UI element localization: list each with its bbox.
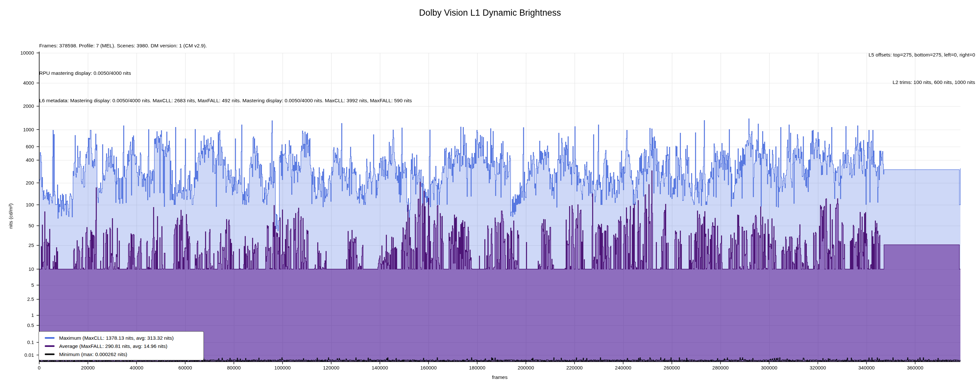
x-axis-label: frames — [39, 374, 960, 380]
metadata-rpu-line: RPU mastering display: 0.0050/4000 nits — [39, 69, 412, 78]
x-tick-label: 0 — [21, 365, 57, 370]
y-tick-label: 10 — [1, 266, 34, 272]
x-tick-label: 120000 — [313, 365, 349, 370]
y-tick-label: 10000 — [1, 50, 34, 56]
y-tick-label: 25 — [1, 242, 34, 248]
legend-label-minimum: Minimum (max: 0.000262 nits) — [59, 352, 127, 357]
y-tick-label: 200 — [1, 180, 34, 186]
y-tick-label: 2000 — [1, 103, 34, 109]
x-tick-label: 260000 — [654, 365, 690, 370]
legend-item-minimum: Minimum (max: 0.000262 nits) — [45, 350, 204, 359]
x-tick-label: 300000 — [751, 365, 787, 370]
y-tick-label: 600 — [1, 144, 34, 149]
y-tick-label: 1 — [1, 312, 34, 318]
y-tick-label: 5 — [1, 282, 34, 288]
x-tick-label: 340000 — [849, 365, 885, 370]
y-tick-label: 400 — [1, 157, 34, 163]
metadata-l5-line: L5 offsets: top=275, bottom=275, left=0,… — [869, 50, 975, 59]
y-tick-label: 100 — [1, 202, 34, 207]
x-tick-label: 140000 — [362, 365, 398, 370]
maximum-line-swatch-icon — [45, 337, 54, 339]
chart-title: Dolby Vision L1 Dynamic Brightness — [0, 8, 980, 18]
y-tick-label: 0.5 — [1, 322, 34, 328]
figure: Dolby Vision L1 Dynamic Brightness Frame… — [0, 0, 980, 392]
x-tick-label: 200000 — [508, 365, 544, 370]
x-tick-label: 40000 — [119, 365, 154, 370]
x-tick-label: 220000 — [557, 365, 593, 370]
legend-label-average: Average (MaxFALL: 290.81 nits, avg: 14.9… — [59, 343, 167, 349]
legend-item-average: Average (MaxFALL: 290.81 nits, avg: 14.9… — [45, 342, 204, 350]
y-tick-label: 2.5 — [1, 296, 34, 302]
y-tick-label: 50 — [1, 223, 34, 228]
average-line-swatch-icon — [45, 345, 54, 347]
metadata-l6-line: L6 metadata: Mastering display: 0.0050/4… — [39, 96, 412, 105]
x-tick-label: 280000 — [703, 365, 738, 370]
metadata-frames-line: Frames: 378598. Profile: 7 (MEL). Scenes… — [39, 41, 412, 50]
legend-label-maximum: Maximum (MaxCLL: 1378.13 nits, avg: 313.… — [59, 335, 174, 341]
x-tick-label: 180000 — [459, 365, 495, 370]
metadata-block-right: L5 offsets: top=275, bottom=275, left=0,… — [869, 32, 975, 105]
x-tick-label: 60000 — [167, 365, 203, 370]
x-tick-label: 20000 — [70, 365, 106, 370]
y-tick-label: 0.1 — [1, 339, 34, 345]
y-tick-label: 4000 — [1, 80, 34, 86]
minimum-line-swatch-icon — [45, 354, 54, 355]
legend: Maximum (MaxCLL: 1378.13 nits, avg: 313.… — [38, 331, 204, 360]
x-tick-label: 80000 — [216, 365, 252, 370]
x-tick-label: 320000 — [800, 365, 836, 370]
x-tick-label: 360000 — [897, 365, 933, 370]
x-tick-label: 160000 — [410, 365, 447, 370]
metadata-l2-line: L2 trims: 100 nits, 600 nits, 1000 nits — [869, 78, 975, 87]
y-tick-label: 0.01 — [1, 352, 34, 358]
x-tick-label: 240000 — [605, 365, 641, 370]
x-tick-label: 100000 — [265, 365, 301, 370]
metadata-block-left: Frames: 378598. Profile: 7 (MEL). Scenes… — [39, 23, 412, 123]
legend-item-maximum: Maximum (MaxCLL: 1378.13 nits, avg: 313.… — [45, 334, 204, 342]
y-tick-label: 1000 — [1, 127, 34, 132]
